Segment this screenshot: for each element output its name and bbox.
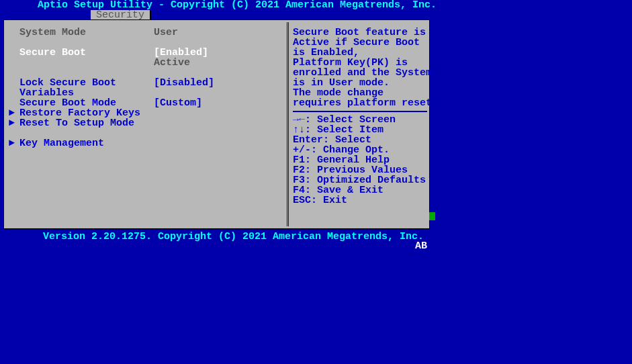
settings-pane: System Mode User Secure Boot [Enabled] A… [6,22,287,226]
label-system-mode: System Mode [19,28,154,38]
row-key-management[interactable]: ► Key Management [9,138,287,148]
value-secure-boot: [Enabled] [154,48,208,58]
help-key: ↑↓: Select Item [293,125,432,135]
help-key: F2: Previous Values [293,165,432,175]
help-desc: Platform Key(PK) is [293,58,432,68]
label-sb-mode: Secure Boot Mode [19,98,154,108]
help-key: →←: Select Screen [293,115,432,125]
help-key: F1: General Help [293,155,432,165]
bios-window: System Mode User Secure Boot [Enabled] A… [4,20,429,228]
value-lock-vars: [Disabled] [154,78,214,88]
value-secure-boot-state: Active [154,58,190,68]
label-secure-boot: Secure Boot [19,48,154,58]
help-pane: Secure Boot feature is Active if Secure … [287,22,436,226]
tab-security[interactable]: Security [91,10,151,20]
row-lock-secure-boot-vars-2: Variables [9,88,287,98]
row-system-mode: System Mode User [9,28,287,38]
submenu-arrow-icon: ► [9,138,19,148]
submenu-arrow-icon: ► [9,118,19,128]
row-secure-boot-state: Active [9,58,287,68]
help-separator [293,111,427,112]
label-keymgmt: Key Management [19,138,154,148]
help-key: ESC: Exit [293,195,432,206]
footer-version: Version 2.20.1275. Copyright (C) 2021 Am… [0,232,632,242]
help-key: +/-: Change Opt. [293,145,432,155]
text-cursor [429,212,435,220]
row-reset-to-setup-mode[interactable]: ► Reset To Setup Mode [9,118,287,128]
tab-bar: Security [0,10,632,20]
help-key: Enter: Select [293,135,432,145]
help-desc: Active if Secure Boot [293,38,432,48]
help-desc: The mode change [293,88,432,98]
help-desc: requires platform reset [293,98,432,108]
row-secure-boot[interactable]: Secure Boot [Enabled] [9,48,287,58]
help-desc: Secure Boot feature is [293,28,432,38]
row-restore-factory-keys[interactable]: ► Restore Factory Keys [9,108,287,118]
label-reset: Reset To Setup Mode [19,118,154,128]
row-secure-boot-mode[interactable]: Secure Boot Mode [Custom] [9,98,287,108]
submenu-arrow-icon: ► [9,108,19,118]
label-lock-vars: Lock Secure Boot [19,78,154,88]
label-lock-vars-2: Variables [19,88,154,98]
row-lock-secure-boot-vars[interactable]: Lock Secure Boot [Disabled] [9,78,287,88]
help-desc: is Enabled, [293,48,432,58]
help-desc: is in User mode. [293,78,432,88]
value-sb-mode: [Custom] [154,98,202,108]
help-key: F3: Optimized Defaults [293,175,432,185]
value-system-mode: User [154,28,178,38]
help-key: F4: Save & Exit [293,185,432,195]
label-restore: Restore Factory Keys [19,108,154,118]
badge-ab: AB [415,241,427,251]
title-bar: Aptio Setup Utility - Copyright (C) 2021… [0,0,632,10]
help-desc: enrolled and the System [293,68,432,78]
